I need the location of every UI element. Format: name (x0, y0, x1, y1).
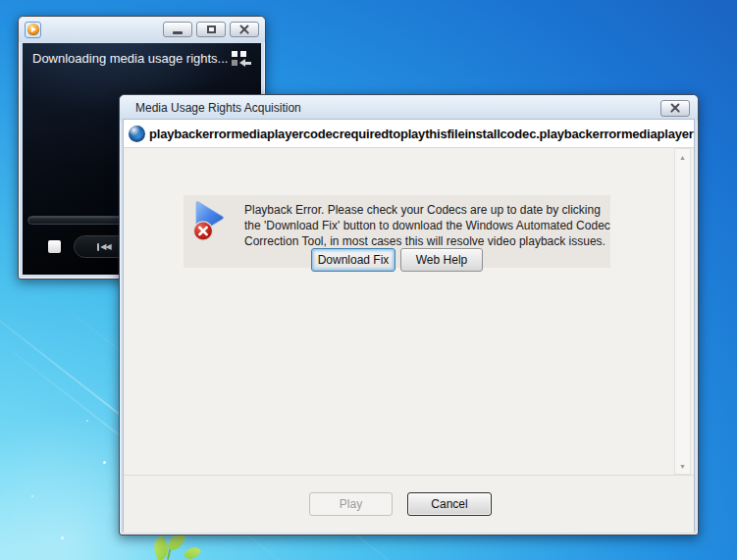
wmp-titlebar[interactable] (19, 17, 265, 42)
wmp-status-text: Downloading media usage rights... (32, 51, 228, 66)
scroll-down-icon[interactable]: ▼ (675, 458, 690, 474)
wmp-close-button[interactable] (230, 22, 259, 37)
dialog-titlebar[interactable]: Media Usage Rights Acquisition (120, 95, 698, 121)
close-icon (238, 24, 250, 35)
error-message-box: Playback Error. Please check your Codecs… (184, 195, 610, 268)
globe-icon (129, 126, 145, 142)
url-text: playbackerrormediaplayercodecrequiredtop… (149, 127, 694, 141)
restore-icon (207, 25, 216, 33)
wmp-stop-button[interactable] (48, 240, 61, 253)
wallpaper-sparkle (86, 420, 88, 422)
wallpaper-sparkle (103, 461, 106, 464)
close-icon (669, 102, 681, 114)
download-fix-button[interactable]: Download Fix (311, 248, 395, 272)
vertical-scrollbar[interactable]: ▲ ▼ (674, 148, 691, 475)
wallpaper-sparkle (31, 495, 33, 497)
dialog-title: Media Usage Rights Acquisition (135, 101, 301, 115)
web-help-button[interactable]: Web Help (400, 248, 483, 272)
error-message-text: Playback Error. Please check your Codecs… (244, 202, 613, 249)
address-bar: playbackerrormediaplayercodecrequiredtop… (124, 120, 694, 148)
wallpaper-sparkle (61, 536, 64, 539)
dialog-client-area: playbackerrormediaplayercodecrequiredtop… (124, 120, 694, 531)
minimize-icon (173, 31, 183, 34)
wmp-minimize-button[interactable] (163, 22, 192, 37)
skip-previous-icon (97, 243, 99, 251)
dialog-close-button[interactable] (660, 100, 690, 117)
dialog-scroll-region: Playback Error. Please check your Codecs… (124, 148, 694, 475)
cancel-button[interactable]: Cancel (407, 492, 492, 516)
playback-error-icon (190, 199, 228, 246)
wmp-restore-button[interactable] (196, 22, 226, 37)
media-usage-rights-dialog: Media Usage Rights Acquisition playbacke… (119, 94, 699, 535)
scroll-up-icon[interactable]: ▲ (675, 149, 690, 165)
wmp-logo-icon (25, 22, 41, 38)
play-button[interactable]: Play (309, 492, 393, 516)
skip-previous-glyph: ◀◀ (100, 242, 110, 251)
dialog-footer: Play Cancel (124, 475, 694, 533)
switch-to-library-icon[interactable] (232, 51, 252, 68)
